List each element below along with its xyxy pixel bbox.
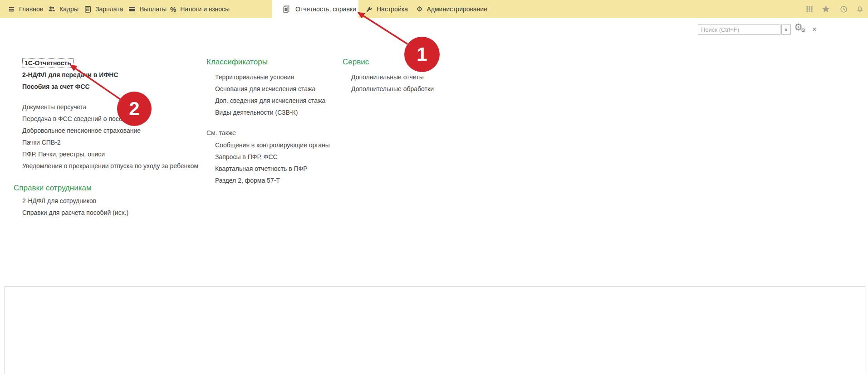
gear-icon: ⚙: [417, 5, 422, 13]
menu-item-administrirovanie[interactable]: ⚙ Администрирование: [417, 0, 487, 18]
menu-item-label: Отчетность, справки: [295, 5, 356, 13]
step-badge-2: 2: [117, 92, 152, 126]
link-soobscheniya-organy[interactable]: Сообщения в контролирующие органы: [206, 139, 356, 151]
search-clear-button[interactable]: x: [781, 24, 791, 35]
link-spravki-rascheta-posobiy[interactable]: Справки для расчета пособий (исх.): [14, 207, 195, 219]
menu-item-nastroyka[interactable]: Настройка: [366, 0, 408, 18]
link-territorialnye-usloviya[interactable]: Территориальные условия: [206, 71, 356, 83]
link-2ndfl-ifns[interactable]: 2-НДФЛ для передачи в ИФНС: [14, 69, 195, 81]
grid-apps-icon[interactable]: [805, 5, 814, 13]
section-title-klassifikatory: Классификаторы: [206, 56, 356, 68]
hamburger-icon: [8, 6, 15, 13]
percent-icon: %: [170, 5, 176, 13]
menu-item-label: Выплаты: [140, 5, 167, 13]
menu-item-label: Администрирование: [427, 5, 487, 13]
link-dopolnitelnye-otchety[interactable]: Дополнительные отчеты: [343, 71, 479, 83]
people-icon: [48, 5, 55, 13]
menu-item-label: Главное: [19, 5, 44, 13]
settings-gears-icon[interactable]: ⚙ ⚙: [794, 22, 808, 35]
calculator-icon: [84, 6, 91, 13]
menu-item-zarplata[interactable]: Зарплата: [84, 0, 123, 18]
link-dop-svedeniya-stazha[interactable]: Доп. сведения для исчисления стажа: [206, 95, 356, 107]
favorites-star-icon[interactable]: [822, 5, 830, 13]
step-badge-1: 1: [404, 37, 440, 72]
focused-item-box: 1С-Отчетность: [22, 58, 74, 68]
link-1c-otchetnost[interactable]: 1С-Отчетность: [14, 57, 195, 69]
middle-column: Классификаторы Территориальные условия О…: [206, 56, 356, 186]
history-icon[interactable]: [839, 5, 848, 13]
left-column: 1С-Отчетность 2-НДФЛ для передачи в ИФНС…: [14, 57, 195, 219]
section-title-sm-takzhe: См. также: [206, 127, 356, 139]
link-2ndfl-sotrudnikov[interactable]: 2-НДФЛ для сотрудников: [14, 195, 195, 207]
menu-item-vyplaty[interactable]: Выплаты: [128, 0, 167, 18]
link-zaprosy-pfr-fss[interactable]: Запросы в ПФР, ФСС: [206, 151, 356, 163]
menu-item-glavnoe[interactable]: Главное: [8, 0, 44, 18]
menu-item-label: Зарплата: [95, 5, 123, 13]
link-kvartalnaya-otchetnost[interactable]: Квартальная отчетность в ПФР: [206, 163, 356, 175]
notifications-bell-icon[interactable]: [856, 5, 864, 13]
menu-item-nalogi[interactable]: % Налоги и взносы: [170, 0, 230, 18]
menu-item-label: Налоги и взносы: [180, 5, 230, 13]
link-dokumenty-persucheta[interactable]: Документы персучета: [14, 101, 195, 113]
link-pfr-pachki[interactable]: ПФР. Пачки, реестры, описи: [14, 148, 195, 160]
link-vidy-deyatelnosti[interactable]: Виды деятельности (СЗВ-К): [206, 107, 356, 118]
link-uvedomleniya-otpusk[interactable]: Уведомления о прекращении отпуска по ухо…: [14, 160, 195, 172]
menu-item-label: Настройка: [377, 5, 408, 13]
menu-item-otchetnost-active[interactable]: Отчетность, справки: [283, 0, 356, 18]
menu-item-kadry[interactable]: Кадры: [48, 0, 78, 18]
section-title-spravki-sotrudnikam: Справки сотрудникам: [14, 181, 195, 195]
link-dopolnitelnye-obrabotki[interactable]: Дополнительные обработки: [343, 83, 479, 95]
link-osnovaniya-stazha[interactable]: Основания для исчисления стажа: [206, 83, 356, 95]
gear-small-glyph: ⚙: [801, 27, 806, 34]
empty-content-panel: [5, 286, 865, 374]
link-peredacha-fss[interactable]: Передача в ФСС сведений о пособиях: [14, 113, 195, 125]
search-input[interactable]: [698, 24, 780, 35]
close-panel-icon[interactable]: ×: [810, 24, 819, 35]
link-pachki-spv2[interactable]: Пачки СПВ-2: [14, 136, 195, 148]
menu-item-label: Кадры: [59, 5, 78, 13]
link-dobrovolnoe-strahovanie[interactable]: Добровольное пенсионное страхование: [14, 125, 195, 136]
card-icon: [128, 5, 136, 13]
link-razdel2-forma57t[interactable]: Раздел 2, форма 57-Т: [206, 175, 356, 186]
link-posobiya-fss[interactable]: Пособия за счет ФСС: [14, 81, 195, 92]
documents-icon: [283, 5, 290, 13]
wrench-icon: [366, 6, 373, 13]
top-menu-bar: Главное Кадры Зарплата Выплаты % Налоги …: [0, 0, 868, 18]
